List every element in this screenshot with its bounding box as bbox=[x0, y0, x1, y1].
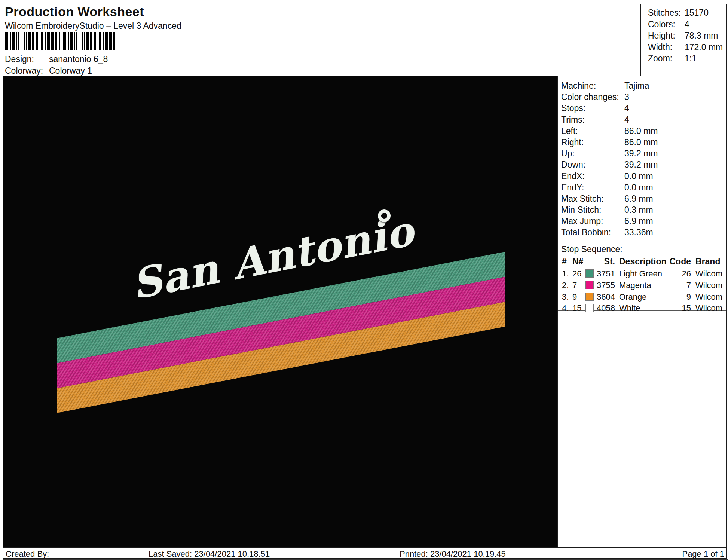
machine-value: 39.2 mm bbox=[624, 149, 658, 159]
printed-text: Printed: 23/04/2021 10.19.45 bbox=[400, 549, 506, 559]
machine-info-box: Machine: Tajima Color changes: 3 Stops: … bbox=[558, 76, 726, 239]
needle-number: 15 bbox=[572, 303, 581, 313]
col-header-num: # bbox=[562, 257, 567, 267]
stat-row-width: Width: 172.0 mm bbox=[641, 42, 726, 54]
software-subtitle: Wilcom EmbroideryStudio – Level 3 Advanc… bbox=[5, 21, 181, 31]
stat-row-height: Height: 78.3 mm bbox=[641, 31, 726, 42]
machine-value: 86.0 mm bbox=[624, 126, 658, 136]
thread-description: Orange bbox=[619, 292, 646, 302]
machine-value: 6.9 mm bbox=[624, 216, 653, 226]
machine-row: Trims: 4 bbox=[558, 115, 726, 126]
col-header-st: St. bbox=[595, 257, 615, 267]
machine-row: Right: 86.0 mm bbox=[558, 137, 726, 149]
stat-label: Height: bbox=[648, 31, 675, 41]
thread-st-code: 3755 bbox=[595, 281, 615, 290]
machine-row: Color changes: 3 bbox=[558, 92, 726, 103]
thread-color-swatch bbox=[585, 281, 594, 289]
stat-row-stitches: Stitches: 15170 bbox=[641, 8, 726, 19]
machine-value: 0.0 mm bbox=[624, 171, 653, 181]
machine-value: 33.36m bbox=[624, 227, 653, 238]
stat-row-colors: Colors: 4 bbox=[641, 19, 726, 31]
page-indicator: Page 1 of 1 bbox=[682, 549, 724, 559]
stat-value: 172.0 mm bbox=[685, 42, 723, 52]
machine-label: Max Stitch: bbox=[561, 194, 604, 204]
machine-row: Machine: Tajima bbox=[558, 81, 726, 92]
machine-label: Up: bbox=[561, 149, 575, 159]
machine-value: 4 bbox=[624, 115, 629, 125]
machine-label: Trims: bbox=[561, 115, 585, 125]
footer: Created By: Last Saved: 23/04/2021 10.18… bbox=[3, 547, 726, 558]
col-header-code: Code bbox=[663, 257, 691, 267]
thread-description: Magenta bbox=[619, 281, 651, 290]
row-number: 4. bbox=[562, 303, 569, 313]
machine-row: Max Stitch: 6.9 mm bbox=[558, 194, 726, 205]
page-title: Production Worksheet bbox=[5, 4, 144, 19]
thread-st-code: 3751 bbox=[595, 269, 615, 279]
machine-label: EndX: bbox=[561, 171, 585, 181]
machine-panel: Machine: Tajima Color changes: 3 Stops: … bbox=[557, 76, 726, 547]
thread-brand: Wilcom bbox=[695, 303, 722, 313]
colorway-label: Colorway: bbox=[5, 66, 49, 76]
machine-value: Tajima bbox=[624, 81, 649, 91]
col-header-description: Description bbox=[619, 257, 667, 267]
stats-box: Stitches: 15170 Colors: 4 Height: 78.3 m… bbox=[641, 4, 726, 76]
machine-label: Min Stitch: bbox=[561, 205, 601, 215]
stat-value: 78.3 mm bbox=[685, 31, 718, 41]
stop-row-1: 1. 26 3751 Light Green 26 Wilcom bbox=[558, 269, 726, 281]
machine-label: Machine: bbox=[561, 81, 596, 91]
needle-number: 9 bbox=[572, 292, 577, 302]
thread-brand: Wilcom bbox=[695, 292, 722, 302]
thread-color-swatch bbox=[585, 293, 594, 301]
machine-value: 3 bbox=[624, 92, 629, 102]
design-row: Design: sanantonio 6_8 bbox=[5, 54, 229, 65]
stat-label: Colors: bbox=[648, 19, 675, 30]
machine-row: Min Stitch: 0.3 mm bbox=[558, 205, 726, 216]
machine-label: Left: bbox=[561, 126, 578, 136]
last-saved-text: Last Saved: 23/04/2021 10.18.51 bbox=[149, 549, 270, 559]
machine-row: EndY: 0.0 mm bbox=[558, 183, 726, 194]
machine-row: Left: 86.0 mm bbox=[558, 126, 726, 137]
machine-value: 39.2 mm bbox=[624, 160, 658, 170]
colorway-value: Colorway 1 bbox=[49, 66, 92, 76]
machine-row: EndX: 0.0 mm bbox=[558, 171, 726, 183]
thread-color-swatch bbox=[585, 269, 594, 278]
thread-brand: Wilcom bbox=[695, 269, 722, 279]
row-number: 3. bbox=[562, 292, 569, 302]
stat-row-zoom: Zoom: 1:1 bbox=[641, 53, 726, 65]
thread-code: 7 bbox=[663, 281, 691, 290]
machine-row: Up: 39.2 mm bbox=[558, 149, 726, 160]
row-number: 2. bbox=[562, 281, 569, 290]
stat-value: 1:1 bbox=[685, 53, 697, 64]
stop-row-3: 3. 9 3604 Orange 9 Wilcom bbox=[558, 292, 726, 304]
machine-label: Right: bbox=[561, 137, 584, 147]
machine-label: Stops: bbox=[561, 103, 585, 113]
machine-row: Stops: 4 bbox=[558, 103, 726, 114]
header: Production Worksheet Wilcom EmbroiderySt… bbox=[3, 4, 726, 76]
thread-st-code: 4058 bbox=[595, 303, 615, 313]
col-header-n: N# bbox=[572, 257, 583, 267]
machine-value: 4 bbox=[624, 103, 629, 113]
thread-code: 9 bbox=[663, 292, 691, 302]
thread-color-swatch bbox=[585, 304, 594, 312]
colorway-row: Colorway: Colorway 1 bbox=[5, 66, 229, 76]
stop-sequence-section: Stop Sequence: # N# St. Description Code… bbox=[558, 240, 726, 311]
stat-label: Stitches: bbox=[648, 8, 681, 18]
needle-number: 26 bbox=[572, 269, 581, 279]
stop-row-2: 2. 7 3755 Magenta 7 Wilcom bbox=[558, 281, 726, 292]
col-header-brand: Brand bbox=[695, 257, 720, 267]
created-by-label: Created By: bbox=[6, 549, 49, 559]
stat-label: Zoom: bbox=[648, 53, 672, 64]
worksheet-page: Production Worksheet Wilcom EmbroiderySt… bbox=[3, 4, 727, 559]
stat-label: Width: bbox=[648, 42, 672, 52]
design-value: sanantonio 6_8 bbox=[49, 54, 108, 64]
machine-label: Max Jump: bbox=[561, 216, 603, 226]
machine-row: Total Bobbin: 33.36m bbox=[558, 227, 726, 239]
machine-value: 86.0 mm bbox=[624, 137, 658, 147]
needle-number: 7 bbox=[572, 281, 577, 290]
machine-row: Down: 39.2 mm bbox=[558, 160, 726, 171]
design-label: Design: bbox=[5, 54, 49, 64]
thread-description: White bbox=[619, 303, 640, 313]
thread-code: 26 bbox=[663, 269, 691, 279]
thread-description: Light Green bbox=[619, 269, 662, 279]
machine-label: Total Bobbin: bbox=[561, 227, 611, 238]
